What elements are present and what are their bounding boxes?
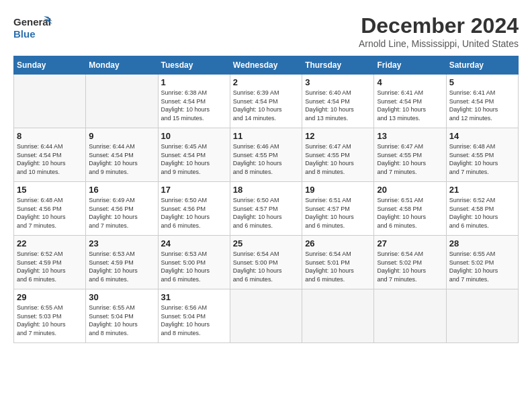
day-detail: Sunrise: 6:51 AMSunset: 4:58 PMDaylight:… <box>377 196 443 230</box>
calendar-day-cell: 3Sunrise: 6:40 AMSunset: 4:54 PMDaylight… <box>302 75 374 128</box>
calendar-table: SundayMondayTuesdayWednesdayThursdayFrid… <box>13 56 519 343</box>
day-number: 27 <box>377 238 443 248</box>
day-number: 12 <box>305 131 371 141</box>
day-detail: Sunrise: 6:44 AMSunset: 4:54 PMDaylight:… <box>17 142 83 176</box>
day-detail: Sunrise: 6:38 AMSunset: 4:54 PMDaylight:… <box>161 89 227 122</box>
calendar-day-cell: 1Sunrise: 6:38 AMSunset: 4:54 PMDaylight… <box>158 75 230 128</box>
day-of-week-header: Thursday <box>302 56 374 75</box>
calendar-day-cell: 9Sunrise: 6:44 AMSunset: 4:54 PMDaylight… <box>86 128 158 182</box>
day-number: 28 <box>449 238 515 248</box>
day-of-week-header: Saturday <box>446 56 518 75</box>
logo-svg: GeneralBlue <box>13 13 54 42</box>
day-detail: Sunrise: 6:53 AMSunset: 5:00 PMDaylight:… <box>161 250 227 283</box>
day-number: 20 <box>377 185 443 195</box>
calendar-day-cell: 4Sunrise: 6:41 AMSunset: 4:54 PMDaylight… <box>374 75 446 128</box>
day-number: 23 <box>89 238 154 248</box>
calendar-day-cell: 16Sunrise: 6:49 AMSunset: 4:56 PMDayligh… <box>86 182 158 236</box>
day-number: 16 <box>89 185 154 195</box>
day-of-week-header: Wednesday <box>230 56 302 75</box>
day-detail: Sunrise: 6:54 AMSunset: 5:01 PMDaylight:… <box>305 250 371 283</box>
page-header: GeneralBlue December 2024 Arnold Line, M… <box>13 13 519 49</box>
svg-text:General: General <box>13 16 51 28</box>
calendar-week-row: 1Sunrise: 6:38 AMSunset: 4:54 PMDaylight… <box>14 75 519 128</box>
calendar-day-cell: 17Sunrise: 6:50 AMSunset: 4:56 PMDayligh… <box>158 182 230 236</box>
calendar-day-cell <box>14 75 86 128</box>
calendar-day-cell: 30Sunrise: 6:55 AMSunset: 5:04 PMDayligh… <box>86 289 158 343</box>
day-detail: Sunrise: 6:46 AMSunset: 4:55 PMDaylight:… <box>233 142 299 176</box>
month-title: December 2024 <box>359 13 519 38</box>
day-number: 13 <box>377 131 443 141</box>
day-detail: Sunrise: 6:49 AMSunset: 4:56 PMDaylight:… <box>89 196 154 230</box>
calendar-day-cell: 12Sunrise: 6:47 AMSunset: 4:55 PMDayligh… <box>302 128 374 182</box>
day-number: 10 <box>161 131 227 141</box>
day-detail: Sunrise: 6:40 AMSunset: 4:54 PMDaylight:… <box>305 89 371 122</box>
calendar-day-cell: 20Sunrise: 6:51 AMSunset: 4:58 PMDayligh… <box>374 182 446 236</box>
day-number: 11 <box>233 131 299 141</box>
calendar-day-cell: 25Sunrise: 6:54 AMSunset: 5:00 PMDayligh… <box>230 236 302 289</box>
calendar-week-row: 8Sunrise: 6:44 AMSunset: 4:54 PMDaylight… <box>14 128 519 182</box>
calendar-week-row: 15Sunrise: 6:48 AMSunset: 4:56 PMDayligh… <box>14 182 519 236</box>
calendar-day-cell: 27Sunrise: 6:54 AMSunset: 5:02 PMDayligh… <box>374 236 446 289</box>
calendar-day-cell: 23Sunrise: 6:53 AMSunset: 4:59 PMDayligh… <box>86 236 158 289</box>
day-detail: Sunrise: 6:41 AMSunset: 4:54 PMDaylight:… <box>449 89 515 122</box>
calendar-day-cell: 14Sunrise: 6:48 AMSunset: 4:55 PMDayligh… <box>446 128 518 182</box>
calendar-day-cell: 13Sunrise: 6:47 AMSunset: 4:55 PMDayligh… <box>374 128 446 182</box>
day-detail: Sunrise: 6:53 AMSunset: 4:59 PMDaylight:… <box>89 250 154 283</box>
svg-text:Blue: Blue <box>13 28 36 40</box>
day-of-week-header: Monday <box>86 56 158 75</box>
calendar-header-row: SundayMondayTuesdayWednesdayThursdayFrid… <box>14 56 519 75</box>
day-detail: Sunrise: 6:47 AMSunset: 4:55 PMDaylight:… <box>377 142 443 176</box>
day-detail: Sunrise: 6:39 AMSunset: 4:54 PMDaylight:… <box>233 89 299 122</box>
calendar-day-cell: 8Sunrise: 6:44 AMSunset: 4:54 PMDaylight… <box>14 128 86 182</box>
day-detail: Sunrise: 6:55 AMSunset: 5:04 PMDaylight:… <box>89 304 154 337</box>
calendar-day-cell <box>446 289 518 343</box>
day-detail: Sunrise: 6:50 AMSunset: 4:57 PMDaylight:… <box>233 196 299 230</box>
day-of-week-header: Tuesday <box>158 56 230 75</box>
day-number: 5 <box>449 77 515 87</box>
day-detail: Sunrise: 6:48 AMSunset: 4:56 PMDaylight:… <box>17 196 83 230</box>
day-number: 1 <box>161 77 227 87</box>
day-number: 8 <box>17 131 83 141</box>
day-of-week-header: Sunday <box>14 56 86 75</box>
location-title: Arnold Line, Mississippi, United States <box>359 38 519 49</box>
day-number: 4 <box>377 77 443 87</box>
day-number: 18 <box>233 185 299 195</box>
day-number: 24 <box>161 238 227 248</box>
day-detail: Sunrise: 6:45 AMSunset: 4:54 PMDaylight:… <box>161 142 227 176</box>
day-detail: Sunrise: 6:52 AMSunset: 4:59 PMDaylight:… <box>17 250 83 283</box>
day-number: 31 <box>161 292 227 302</box>
day-number: 9 <box>89 131 154 141</box>
calendar-day-cell: 24Sunrise: 6:53 AMSunset: 5:00 PMDayligh… <box>158 236 230 289</box>
calendar-day-cell: 29Sunrise: 6:55 AMSunset: 5:03 PMDayligh… <box>14 289 86 343</box>
calendar-day-cell: 22Sunrise: 6:52 AMSunset: 4:59 PMDayligh… <box>14 236 86 289</box>
day-number: 26 <box>305 238 371 248</box>
calendar-day-cell <box>374 289 446 343</box>
calendar-day-cell: 31Sunrise: 6:56 AMSunset: 5:04 PMDayligh… <box>158 289 230 343</box>
calendar-day-cell: 15Sunrise: 6:48 AMSunset: 4:56 PMDayligh… <box>14 182 86 236</box>
day-number: 22 <box>17 238 83 248</box>
day-detail: Sunrise: 6:56 AMSunset: 5:04 PMDaylight:… <box>161 304 227 337</box>
calendar-day-cell <box>230 289 302 343</box>
day-number: 29 <box>17 292 83 302</box>
calendar-day-cell: 5Sunrise: 6:41 AMSunset: 4:54 PMDaylight… <box>446 75 518 128</box>
day-number: 17 <box>161 185 227 195</box>
calendar-day-cell: 2Sunrise: 6:39 AMSunset: 4:54 PMDaylight… <box>230 75 302 128</box>
day-detail: Sunrise: 6:55 AMSunset: 5:02 PMDaylight:… <box>449 250 515 283</box>
day-detail: Sunrise: 6:55 AMSunset: 5:03 PMDaylight:… <box>17 304 83 337</box>
day-number: 3 <box>305 77 371 87</box>
logo: GeneralBlue <box>13 13 54 42</box>
day-of-week-header: Friday <box>374 56 446 75</box>
day-number: 14 <box>449 131 515 141</box>
day-number: 2 <box>233 77 299 87</box>
day-detail: Sunrise: 6:50 AMSunset: 4:56 PMDaylight:… <box>161 196 227 230</box>
day-detail: Sunrise: 6:48 AMSunset: 4:55 PMDaylight:… <box>449 142 515 176</box>
day-number: 15 <box>17 185 83 195</box>
calendar-day-cell: 18Sunrise: 6:50 AMSunset: 4:57 PMDayligh… <box>230 182 302 236</box>
day-detail: Sunrise: 6:47 AMSunset: 4:55 PMDaylight:… <box>305 142 371 176</box>
day-number: 25 <box>233 238 299 248</box>
calendar-day-cell: 19Sunrise: 6:51 AMSunset: 4:57 PMDayligh… <box>302 182 374 236</box>
calendar-week-row: 29Sunrise: 6:55 AMSunset: 5:03 PMDayligh… <box>14 289 519 343</box>
calendar-day-cell: 21Sunrise: 6:52 AMSunset: 4:58 PMDayligh… <box>446 182 518 236</box>
day-number: 30 <box>89 292 154 302</box>
day-number: 21 <box>449 185 515 195</box>
